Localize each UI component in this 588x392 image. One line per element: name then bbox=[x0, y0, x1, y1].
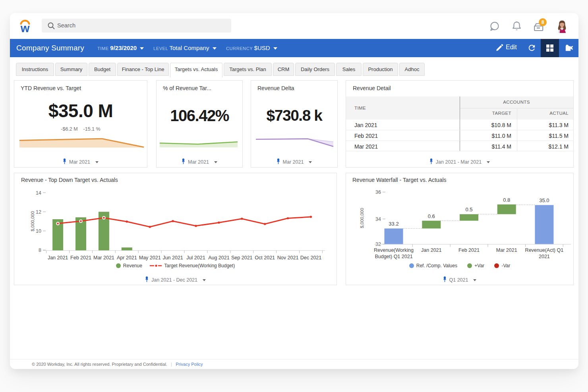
svg-text:Revenue - Top Down Target vs.: Revenue - Top Down Target vs. Actuals bbox=[21, 177, 118, 183]
svg-text:Dec 2021: Dec 2021 bbox=[300, 255, 322, 261]
svg-text:w: w bbox=[20, 22, 30, 33]
svg-text:Sep 2021: Sep 2021 bbox=[231, 255, 253, 261]
svg-text:May 2021: May 2021 bbox=[139, 255, 161, 261]
svg-text:2021: 2021 bbox=[539, 254, 550, 259]
svg-text:$,000,000: $,000,000 bbox=[360, 208, 364, 228]
svg-text:8: 8 bbox=[39, 247, 41, 253]
svg-text:Feb 2021: Feb 2021 bbox=[70, 255, 91, 261]
svg-text:Feb 2021: Feb 2021 bbox=[458, 247, 480, 253]
svg-text:Mar 2021: Mar 2021 bbox=[93, 255, 114, 261]
svg-text:Revenue(Act) Q1: Revenue(Act) Q1 bbox=[525, 247, 564, 253]
svg-text:Revenue(Working: Revenue(Working bbox=[374, 247, 414, 253]
svg-text:Nov 2021: Nov 2021 bbox=[277, 255, 299, 261]
svg-text:$,000,000: $,000,000 bbox=[30, 211, 35, 231]
svg-text:Revenue Waterfall - Target vs.: Revenue Waterfall - Target vs. Actuals bbox=[352, 177, 447, 183]
svg-text:35.0: 35.0 bbox=[539, 197, 549, 203]
svg-text:10: 10 bbox=[36, 228, 41, 234]
svg-text:34: 34 bbox=[375, 216, 381, 222]
svg-text:12: 12 bbox=[36, 209, 41, 215]
svg-text:Oct 2021: Oct 2021 bbox=[255, 255, 275, 261]
svg-text:Budget) Q1 2021: Budget) Q1 2021 bbox=[375, 254, 412, 259]
svg-text:Jun 2021: Jun 2021 bbox=[162, 255, 183, 261]
svg-text:Aug 2021: Aug 2021 bbox=[208, 255, 230, 261]
svg-text:14: 14 bbox=[36, 190, 41, 196]
svg-text:0.6: 0.6 bbox=[428, 213, 435, 219]
svg-text:Jan 2021: Jan 2021 bbox=[48, 255, 68, 261]
svg-text:Mar 2021: Mar 2021 bbox=[496, 247, 517, 253]
svg-text:33.2: 33.2 bbox=[389, 221, 398, 227]
svg-text:0.8: 0.8 bbox=[503, 197, 510, 203]
svg-text:Jan 2021: Jan 2021 bbox=[421, 247, 441, 253]
svg-text:0.5: 0.5 bbox=[465, 207, 472, 212]
svg-text:Apr 2021: Apr 2021 bbox=[117, 255, 137, 261]
svg-text:Jul 2021: Jul 2021 bbox=[186, 255, 205, 261]
svg-text:36: 36 bbox=[375, 189, 381, 195]
